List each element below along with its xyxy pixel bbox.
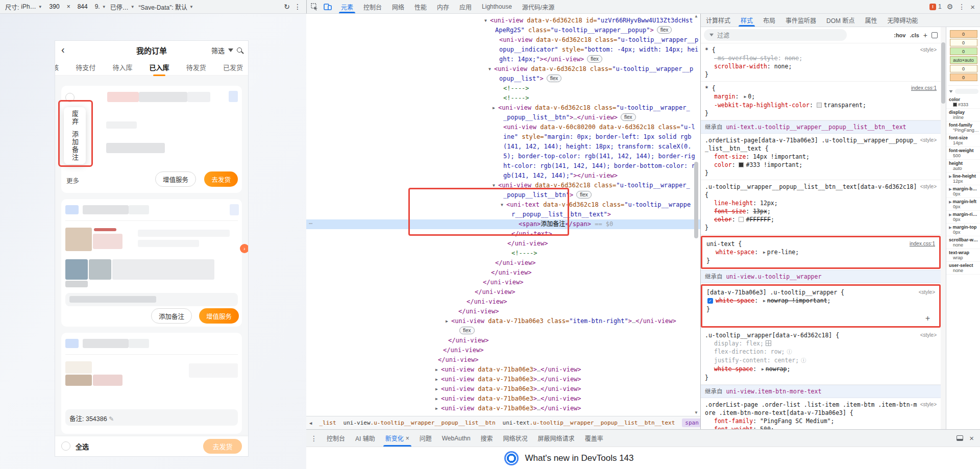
rule-selector[interactable]: <style>.u-tooltip__wrapper__popup__list_… [705,183,937,199]
drawer-tab[interactable]: 屏蔽网络请求 [533,430,580,447]
expand-arrow-icon[interactable]: ▶ [949,200,951,204]
throttling-select[interactable]: 已停… ▼ [110,3,135,11]
device-toolbar-icon[interactable] [324,3,332,10]
filter-button[interactable]: 筛选 [211,45,225,55]
gear-icon[interactable]: ⚙ [947,3,953,11]
code-line[interactable]: <!----> [306,249,700,258]
computed-styles-icon[interactable] [932,32,938,38]
box-model-cell[interactable]: 0 [950,30,977,38]
drawer-tab[interactable]: 新变化× [380,430,414,447]
rule-source-link[interactable]: <style> [920,401,937,409]
css-property[interactable]: font-size: 13px; [705,207,937,215]
code-line[interactable]: ApeRg2S" class="u-tooltip__wrapper__popu… [306,26,700,35]
dock-panel-icon[interactable] [957,435,963,441]
breadcrumb-item[interactable]: span [682,418,700,427]
code-line[interactable]: ▶<uni-view data-v-71ba06e3>…</uni-view> [306,404,700,413]
scroll-down-icon[interactable]: ▼ [693,410,699,415]
select-all-label[interactable]: 全选 [76,441,89,451]
value-added-service-button[interactable]: 增值服务 [155,171,196,187]
main-tab[interactable]: 网络 [387,0,409,13]
flex-badge[interactable]: flex [576,191,592,199]
code-line[interactable]: </uni-view> [306,307,700,316]
expand-arrow-icon[interactable]: ▶ [949,213,951,216]
css-property[interactable]: -ms-overflow-style: none; [705,54,937,62]
more-button[interactable]: 更多 [66,176,79,185]
inherited-node-link[interactable]: uni-text.u-tooltip__wrapper__popup__list… [726,124,906,131]
styles-scrollbar[interactable] [941,27,946,429]
computed-property[interactable]: heightauto [946,160,980,172]
computed-property[interactable]: user-selectnone [946,262,980,275]
order-status-tab[interactable]: 核 [55,62,61,72]
drawer-tab[interactable]: 搜索 [476,430,498,447]
rule-selector[interactable]: index.css:1uni-text { [706,240,935,248]
order-status-tab[interactable]: 待发货 [184,62,208,72]
drawer-tab[interactable]: 控制台 [322,430,350,447]
css-property[interactable]: margin: ▶0; [705,92,937,101]
rotate-icon[interactable]: ↻ [284,3,290,11]
rule-source-link[interactable]: <style> [919,288,935,297]
code-line[interactable]: ▼<uni-view data-v-6d362c18 class="u-tool… [306,64,700,74]
css-property[interactable]: -webkit-tap-highlight-color: transparent… [705,101,937,109]
code-line[interactable]: ▼<uni-view data-v-6d362c18 id="uzVr66RHy… [306,16,700,26]
rule-selector[interactable]: <style>.orderList-page[data-v-71ba06e3] … [705,136,937,153]
color-swatch[interactable] [739,217,744,222]
css-property[interactable]: white-space: ▶pre-line; [706,248,935,257]
elements-scrollbar[interactable]: ▲ ▼ [693,14,699,416]
code-line[interactable]: </uni-view> [306,239,700,249]
code-line[interactable]: </uni-view> [306,268,700,278]
code-line[interactable]: opup__indicator" style="bottom: -4px; wi… [306,45,700,55]
devtools-menu-icon[interactable]: ⋮ [958,3,965,11]
computed-property[interactable]: ▶margin-left0px [946,198,980,211]
expand-arrow-icon[interactable]: ▶ [949,175,951,178]
code-line[interactable]: ▶<uni-view data-v-71ba06e3>…</uni-view> [306,384,700,394]
css-property[interactable]: font-weight: 500; [705,425,937,429]
code-line[interactable]: </uni-view> [306,258,700,268]
css-property[interactable]: color: #333 !important; [705,161,937,169]
width-input[interactable]: 390 [46,3,63,11]
inherited-node-link[interactable]: uni-view.u-tooltip__wrapper [726,273,821,280]
expand-arrow-icon[interactable]: ▼ [488,64,494,74]
css-property[interactable]: white-space: ▶nowrap; [705,365,937,374]
box-model-cell[interactable]: auto×auto [950,56,977,64]
color-swatch[interactable] [817,103,822,108]
scroll-up-icon[interactable]: ▲ [695,14,698,18]
rule-source-link[interactable]: <style> [920,183,937,191]
code-line[interactable]: ine" style="margin: 0px; border-left: 1p… [306,132,700,142]
rule-selector[interactable]: <style>[data-v-71ba06e3] .u-tooltip__wra… [706,288,935,297]
style-rule[interactable]: <style>.orderList-page[data-v-71ba06e3] … [701,134,941,180]
device-menu-icon[interactable]: ⋮ [294,3,301,11]
computed-property[interactable]: scrollbar-widthnone [946,236,980,249]
css-property[interactable]: scrollbar-width: none; [705,62,937,70]
css-property[interactable]: display: flex; [705,339,937,348]
code-line[interactable]: ▶<uni-view data-v-71ba06e3>…</uni-view> [306,394,700,404]
sidebar-tab[interactable]: 无障碍功能 [882,14,923,27]
code-line[interactable]: ht-color: rgb(141, 142, 144); border-bot… [306,161,700,171]
drawer-tab[interactable]: WebAuthn [437,430,476,447]
property-checkbox[interactable]: ✓ [707,298,713,304]
rule-source-link[interactable]: index.css:1 [910,240,935,248]
expand-arrow-icon[interactable]: ▶ [949,226,951,229]
breadcrumb-item[interactable]: uni-view.u-tooltip__wrapper__popup__list… [344,419,496,426]
node-options-dots[interactable]: ⋯ [309,220,312,227]
device-select[interactable]: 尺寸: iPh… ▼ [5,3,42,11]
code-line[interactable]: 5); border-top-color: rgb(141, 142, 144)… [306,152,700,161]
computed-property[interactable]: color#333 [946,96,980,109]
styles-filter-input[interactable]: 过滤 [704,29,847,41]
drawer-tab[interactable]: 问题 [414,430,437,447]
scrollbar-thumb[interactable] [941,42,945,104]
order-status-tab[interactable]: 待支付 [74,62,97,72]
code-line[interactable]: (141, 142, 144); height: 18px; transform… [306,142,700,152]
main-tab[interactable]: Lighthouse [477,0,517,13]
computed-filter-input[interactable] [955,89,978,94]
style-rule[interactable]: index.css:1uni-text {white-space: ▶pre-l… [701,236,941,269]
flex-badge[interactable]: flex [621,113,636,121]
expand-arrow-icon[interactable]: ▶ [949,187,951,191]
rule-selector[interactable]: index.css:1* { [705,84,937,92]
floating-handle[interactable]: › [240,244,248,253]
rule-selector[interactable]: <style>.u-tooltip__wrapper[data-v-6d362c… [705,331,937,339]
save-data-select[interactable]: “Save-Data”: 默认 ▼ [139,3,193,11]
expand-arrow-icon[interactable]: ▶ [435,365,441,375]
go-ship-bottom-button[interactable]: 去发货 [203,439,242,454]
box-model-cell[interactable]: 0 [950,73,977,81]
code-line[interactable]: </uni-view> [306,336,700,345]
